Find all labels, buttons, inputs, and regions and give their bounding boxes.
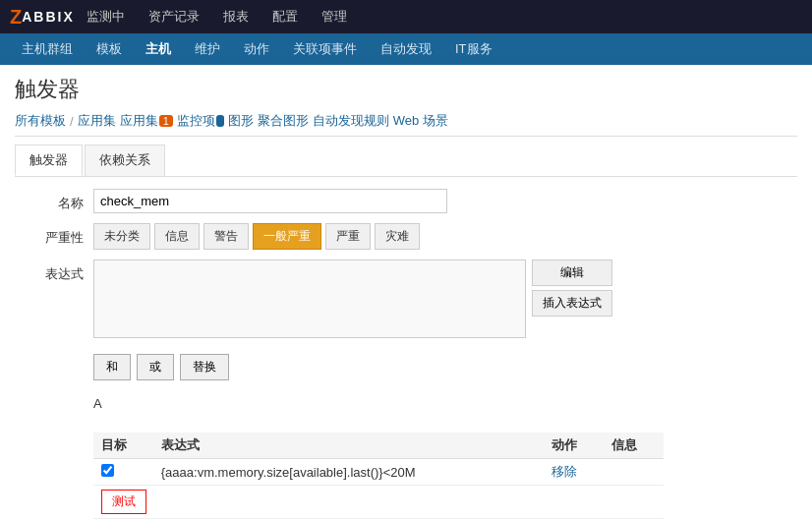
page-content: 触发器 所有模板 / 应用集 应用集1 监控项 图形 聚合图形 自动发现规则 W… (0, 65, 812, 520)
second-nav-discovery[interactable]: 自动发现 (369, 34, 443, 64)
col-action: 动作 (544, 433, 604, 459)
severity-label: 严重性 (15, 223, 93, 247)
a-label-row: A (15, 390, 797, 419)
appset-badge: 1 (159, 115, 173, 127)
expression-table: 目标 表达式 动作 信息 {aaaa:vm.memory.siz (93, 433, 664, 519)
expression-table-row: 目标 表达式 动作 信息 {aaaa:vm.memory.siz (15, 429, 797, 519)
page-title: 触发器 (15, 75, 797, 104)
col-info: 信息 (604, 433, 664, 459)
top-nav-item-monitor[interactable]: 监测中 (75, 0, 137, 33)
breadcrumb-aaaa[interactable]: 应用集 (78, 112, 116, 130)
second-nav-action[interactable]: 动作 (232, 34, 281, 64)
top-navigation: Z ABBIX 监测中 资产记录 报表 配置 管理 (0, 0, 812, 33)
row-action-cell: 移除 (544, 459, 604, 486)
severity-unclassified[interactable]: 未分类 (93, 223, 150, 250)
top-nav-item-report[interactable]: 报表 (211, 0, 261, 33)
second-nav-event[interactable]: 关联项事件 (281, 34, 369, 64)
top-nav-items: 监测中 资产记录 报表 配置 管理 (75, 0, 359, 33)
test-button[interactable]: 测试 (101, 490, 146, 514)
test-cell: 测试 (93, 486, 664, 519)
row-expression-cell: {aaaa:vm.memory.size[available].last()}<… (153, 459, 545, 486)
sub-tabs: 触发器 依赖关系 (15, 144, 797, 177)
breadcrumb-appset[interactable]: 应用集1 (120, 112, 173, 130)
logic-row: 和 或 替换 (15, 348, 797, 380)
insert-expression-button[interactable]: 插入表达式 (532, 290, 612, 317)
col-expression: 表达式 (153, 433, 545, 459)
a-label: A (93, 396, 102, 411)
sub-tab-trigger[interactable]: 触发器 (15, 144, 83, 176)
trigger-form: 名称 严重性 未分类 信息 警告 一般严重 严重 灾难 表达式 编辑 插入表达式 (15, 189, 797, 519)
row-info-cell (604, 459, 664, 486)
breadcrumb-graph[interactable]: 聚合图形 (258, 112, 309, 130)
remove-link[interactable]: 移除 (551, 464, 577, 479)
logo: Z ABBIX (10, 6, 75, 29)
table-header-row: 目标 表达式 动作 信息 (93, 433, 664, 459)
severity-warning[interactable]: 警告 (203, 223, 249, 250)
name-input[interactable] (93, 189, 447, 213)
row-checkbox-cell (93, 459, 153, 486)
top-nav-item-config[interactable]: 配置 (261, 0, 310, 33)
breadcrumb-aggregate[interactable]: 自动发现规则 (313, 112, 389, 130)
expression-label: 表达式 (15, 260, 93, 283)
severity-buttons: 未分类 信息 警告 一般严重 严重 灾难 (93, 223, 420, 250)
edit-button[interactable]: 编辑 (532, 260, 612, 286)
sub-tab-dependency[interactable]: 依赖关系 (85, 144, 165, 176)
severity-average[interactable]: 一般严重 (253, 223, 321, 250)
severity-disaster[interactable]: 灾难 (375, 223, 420, 250)
severity-row: 严重性 未分类 信息 警告 一般严重 严重 灾难 (15, 223, 797, 250)
row-expression-text: {aaaa:vm.memory.size[available].last()}<… (161, 465, 416, 480)
expression-table-container: 目标 表达式 动作 信息 {aaaa:vm.memory.siz (93, 429, 664, 519)
breadcrumb-trigger[interactable]: 图形 (228, 112, 254, 130)
top-nav-item-admin[interactable]: 管理 (310, 0, 359, 33)
name-label: 名称 (15, 189, 93, 212)
breadcrumb-all-templates[interactable]: 所有模板 (15, 112, 66, 130)
second-nav-host[interactable]: 主机 (134, 34, 183, 64)
severity-info[interactable]: 信息 (154, 223, 200, 250)
second-navigation: 主机群组 模板 主机 维护 动作 关联项事件 自动发现 IT服务 (0, 33, 812, 65)
second-nav-hostgroup[interactable]: 主机群组 (10, 34, 85, 64)
expression-row: 表达式 编辑 插入表达式 (15, 260, 797, 338)
breadcrumb-sep-1: / (70, 114, 74, 129)
logic-replace[interactable]: 替换 (180, 354, 229, 380)
severity-high[interactable]: 严重 (325, 223, 371, 250)
monitor-badge (216, 115, 224, 127)
row-checkbox[interactable] (101, 464, 114, 477)
breadcrumb-autodiscovery[interactable]: Web 场景 (393, 112, 448, 130)
second-nav-template[interactable]: 模板 (85, 34, 134, 64)
logic-or[interactable]: 或 (137, 354, 174, 380)
expression-wrap: 编辑 插入表达式 (93, 260, 612, 338)
logic-buttons: 和 或 替换 (93, 354, 229, 380)
col-target: 目标 (93, 433, 153, 459)
top-nav-item-asset[interactable]: 资产记录 (137, 0, 211, 33)
breadcrumb-monitor-item[interactable]: 监控项 (177, 112, 224, 130)
name-row: 名称 (15, 189, 797, 213)
second-nav-maintenance[interactable]: 维护 (183, 34, 232, 64)
logic-and[interactable]: 和 (93, 354, 131, 380)
table-row: {aaaa:vm.memory.size[available].last()}<… (93, 459, 664, 486)
expression-right-buttons: 编辑 插入表达式 (532, 260, 612, 317)
expression-textarea[interactable] (93, 260, 526, 338)
test-row: 测试 (93, 486, 664, 519)
breadcrumb: 所有模板 / 应用集 应用集1 监控项 图形 聚合图形 自动发现规则 Web 场… (15, 112, 797, 137)
second-nav-itservice[interactable]: IT服务 (443, 34, 504, 64)
